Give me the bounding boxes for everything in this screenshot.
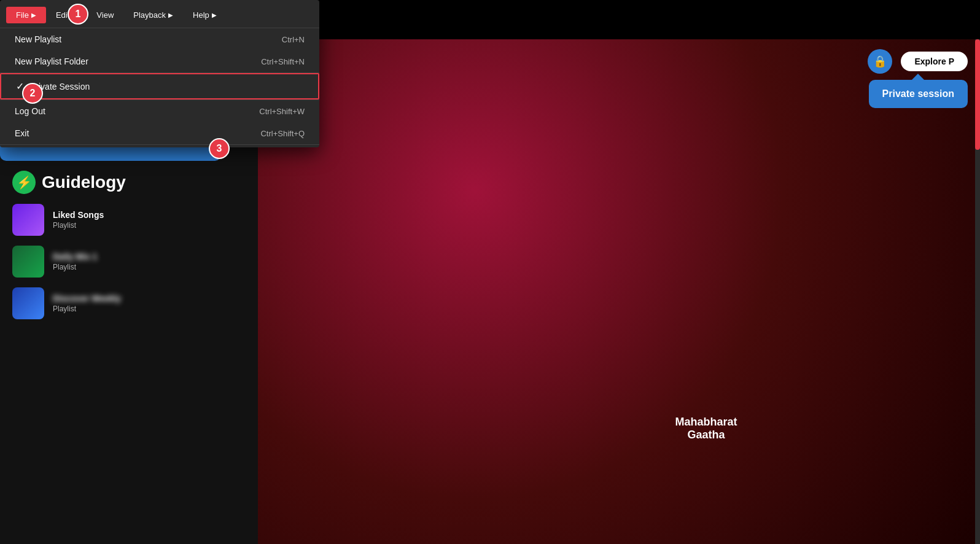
scrollbar-thumb[interactable] xyxy=(975,39,980,150)
lock-button[interactable]: 🔒 xyxy=(868,49,892,74)
menu-section-account: Log Out Ctrl+Shift+W Exit Ctrl+Shift+Q xyxy=(0,100,319,145)
help-arrow-icon: ▶ xyxy=(212,12,217,18)
menu-logout[interactable]: Log Out Ctrl+Shift+W xyxy=(0,100,319,122)
menu-section-session: ✓ Private Session xyxy=(0,73,319,100)
scrollbar-track xyxy=(975,39,980,544)
menu-new-playlist[interactable]: New Playlist Ctrl+N xyxy=(0,28,319,50)
main-content: › 🔒 Explore P Private session THIS IS Ol… xyxy=(258,39,980,544)
playlist-thumb-1 xyxy=(12,204,44,236)
annotation-1: 1 xyxy=(68,4,88,25)
menu-section-new: New Playlist Ctrl+N New Playlist Folder … xyxy=(0,28,319,73)
annotation-3: 3 xyxy=(209,138,230,159)
episode-cards-row: 🚩 ❄️ श्रीमद्भगवद् गीता Mahabh xyxy=(282,328,955,451)
menu-bar: File ▶ Edit ▶ View Playback ▶ Help ▶ xyxy=(0,2,319,28)
menu-exit[interactable]: Exit Ctrl+Shift+Q xyxy=(0,122,319,144)
playlist-info-1: Liked Songs Playlist xyxy=(53,210,104,230)
menu-private-session[interactable]: ✓ Private Session xyxy=(0,73,319,99)
top-right-controls: 🔒 Explore P xyxy=(868,49,968,74)
view-label: View xyxy=(96,10,114,20)
episodes-section: Episodes for you 🚩 ❄️ श्रीमद्भगवद् गीता xyxy=(258,285,980,464)
dropdown-menu: File ▶ Edit ▶ View Playback ▶ Help ▶ New… xyxy=(0,0,319,147)
menu-playback[interactable]: Playback ▶ xyxy=(123,7,183,23)
menu-view[interactable]: View xyxy=(87,7,123,23)
sidebar-list: Liked Songs Playlist Daily Mix 1 Playlis… xyxy=(0,194,258,329)
annotation-2: 2 xyxy=(22,83,43,104)
playlist-thumb-3 xyxy=(12,287,44,319)
playback-arrow-icon: ▶ xyxy=(168,12,173,18)
playlist-info-2: Daily Mix 1 Playlist xyxy=(53,252,97,271)
guidelogy-brand: ⚡ Guidelogy xyxy=(0,171,258,194)
episode-card-3[interactable]: MahabharatGaatha xyxy=(626,328,786,451)
guidelogy-logo-icon: ⚡ xyxy=(12,171,36,194)
playlist-info-3: Discover Weekly Playlist xyxy=(53,293,121,313)
list-item[interactable]: Daily Mix 1 Playlist xyxy=(0,241,258,282)
private-session-tooltip: Private session xyxy=(869,80,968,108)
menu-help[interactable]: Help ▶ xyxy=(183,7,227,23)
menu-new-playlist-folder[interactable]: New Playlist Folder Ctrl+Shift+N xyxy=(0,50,319,72)
list-item[interactable]: Liked Songs Playlist xyxy=(0,199,258,241)
explore-button[interactable]: Explore P xyxy=(901,52,968,71)
playlist-thumb-2 xyxy=(12,246,44,278)
mahabharat-title: MahabharatGaatha xyxy=(675,416,737,441)
episode-thumb-3: MahabharatGaatha xyxy=(626,328,786,451)
lock-icon: 🔒 xyxy=(873,55,887,68)
guidelogy-name: Guidelogy xyxy=(42,173,126,192)
file-arrow-icon: ▶ xyxy=(31,12,36,18)
list-item[interactable]: Discover Weekly Playlist xyxy=(0,282,258,324)
menu-file[interactable]: File ▶ xyxy=(6,7,46,23)
